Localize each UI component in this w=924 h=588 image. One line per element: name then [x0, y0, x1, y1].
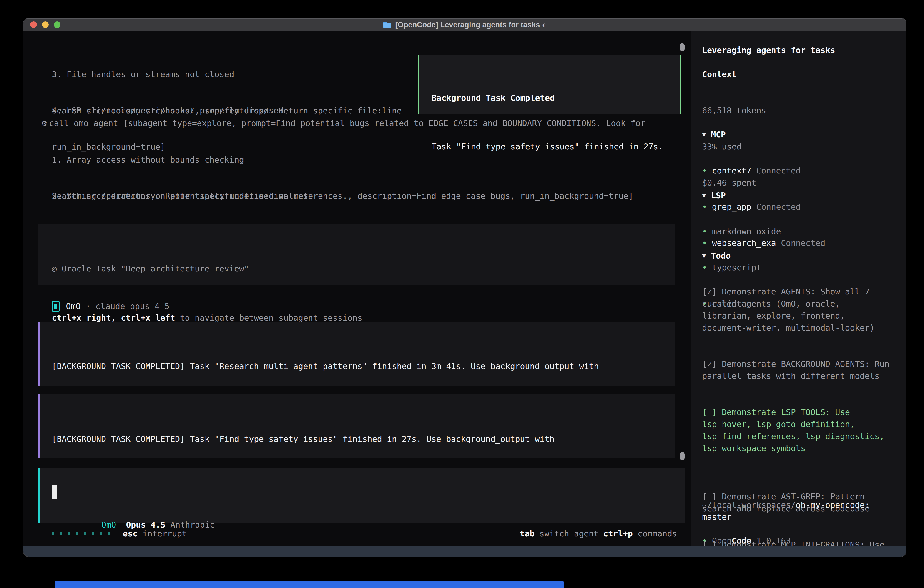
text-cursor [52, 485, 57, 499]
todo-item-active: [ ] Demonstrate LSP TOOLS: Use lsp_hover… [702, 406, 892, 454]
omo-agent-icon [52, 301, 59, 312]
app-name-bold: Code [732, 536, 751, 545]
gear-icon: ⚙ [41, 117, 47, 129]
oracle-task-title: ◎ Oracle Task "Deep architecture review" [52, 263, 675, 275]
todo-heading: Todo [711, 249, 731, 262]
task-line: [BACKGROUND TASK COMPLETED] Task "Find t… [52, 433, 675, 445]
ctrlp-hint: ctrl+p commands [603, 527, 677, 540]
traffic-lights [30, 18, 61, 31]
toast-title: Background Task Completed [432, 92, 680, 104]
chevron-down-icon: ▼ [702, 129, 706, 140]
agent-header: OmO · claude-opus-4-5 [52, 300, 169, 312]
minimize-button[interactable] [42, 21, 49, 28]
esc-key: esc [123, 527, 137, 540]
close-button[interactable] [30, 21, 37, 28]
status-dot-icon: • [702, 166, 707, 175]
agent-separator: · [81, 300, 96, 312]
shortcut-label: to navigate between subagent sessions [175, 313, 362, 322]
oracle-task-panel: ◎ Oracle Task "Deep architecture review"… [38, 225, 675, 285]
lsp-section-header[interactable]: ▼ LSP [702, 189, 892, 202]
prompt-line: Search src/tools/, src/hooks/, src/featu… [52, 105, 402, 117]
tab-label: switch agent [535, 529, 599, 538]
background-window-strip [54, 581, 564, 588]
status-left: esc interrupt [52, 527, 187, 540]
task-result-box: [BACKGROUND TASK COMPLETED] Task "Resear… [38, 322, 675, 386]
task-result-box: [BACKGROUND TASK COMPLETED] Task "Find t… [38, 394, 675, 458]
chevron-down-icon: ▼ [702, 249, 706, 262]
status-right: tab switch agent ctrl+p commands [520, 527, 677, 540]
prompt-input[interactable]: OmO Opus 4.5 Anthropic [38, 468, 685, 523]
terminal-pane[interactable]: 3. File handles or streams not closed 4.… [23, 31, 691, 547]
folder-icon [383, 21, 391, 28]
mcp-status: Connected [751, 166, 801, 175]
titlebar: [OpenCode] Leveraging agents for tasks ◐ [23, 18, 906, 31]
version-row: • OpenCode 1.0.163 [702, 535, 892, 547]
lsp-heading: LSP [711, 189, 726, 202]
mcp-name: context7 [712, 166, 751, 175]
tab-key: tab [520, 529, 535, 538]
shortcut-keys: ctrl+x right, ctrl+x left [52, 313, 175, 322]
mcp-item: • context7 Connected [702, 165, 892, 177]
ctrlp-key: ctrl+p [603, 529, 633, 538]
content-area: 3. File handles or streams not closed 4.… [23, 31, 906, 547]
list-item: 1. Array access without bounds checking [52, 154, 367, 166]
ctrlp-label: commands [633, 529, 677, 538]
mcp-heading: MCP [711, 129, 726, 140]
toast-body: Task "Find type safety issues" finished … [432, 140, 680, 153]
session-sidebar: Leveraging agents for tasks Context 66,5… [691, 31, 906, 547]
main-scrollbar-thumb[interactable] [680, 452, 685, 460]
window-title-text: [OpenCode] Leveraging agents for tasks ◐ [395, 20, 546, 29]
session-title: Leveraging agents for tasks [702, 44, 892, 56]
mcp-section-header[interactable]: ▼ MCP [702, 129, 892, 140]
window-title: [OpenCode] Leveraging agents for tasks ◐ [383, 20, 546, 29]
log-line: 3. File handles or streams not closed [52, 68, 284, 80]
workspace-prefix: ~/local-workspaces/ [702, 500, 796, 510]
agent-model: claude-opus-4-5 [96, 300, 169, 312]
esc-label: interrupt [137, 527, 187, 540]
status-dot-icon: • [702, 227, 707, 236]
lsp-item: • markdown-oxide [702, 225, 892, 237]
context-heading: Context [702, 68, 892, 80]
chevron-down-icon: ▼ [702, 189, 706, 202]
todo-item-done: [✓] Demonstrate AGENTS: Show all 7 curat… [702, 286, 892, 334]
app-name-dim: Open [712, 536, 732, 545]
window-footer [23, 546, 906, 557]
agent-name: OmO [66, 300, 81, 312]
app-version: 1.0.163 [751, 536, 791, 545]
status-dot-icon: • [702, 536, 707, 545]
tab-hint: tab switch agent [520, 527, 599, 540]
main-scrollbar-thumb[interactable] [680, 43, 685, 51]
workspace-path: ~/local-workspaces/oh-my-opencode: maste… [702, 499, 892, 523]
zoom-button[interactable] [54, 21, 61, 28]
tool-call-tail: Search src/ directory. Return specific f… [52, 190, 634, 202]
app-window: [OpenCode] Leveraging agents for tasks ◐… [23, 18, 906, 557]
context-tokens: 66,518 tokens [702, 104, 892, 116]
activity-dots-icon [52, 532, 110, 535]
lsp-name: markdown-oxide [712, 227, 781, 236]
todo-section-header[interactable]: ▼ Todo [702, 249, 892, 262]
todo-item-done: [✓] Demonstrate BACKGROUND AGENTS: Run p… [702, 358, 892, 382]
background-task-toast: Background Task Completed Task "Find typ… [418, 55, 681, 114]
status-bar: esc interrupt tab switch agent ctrl+p co… [52, 527, 677, 540]
task-line: [BACKGROUND TASK COMPLETED] Task "Resear… [52, 360, 675, 372]
